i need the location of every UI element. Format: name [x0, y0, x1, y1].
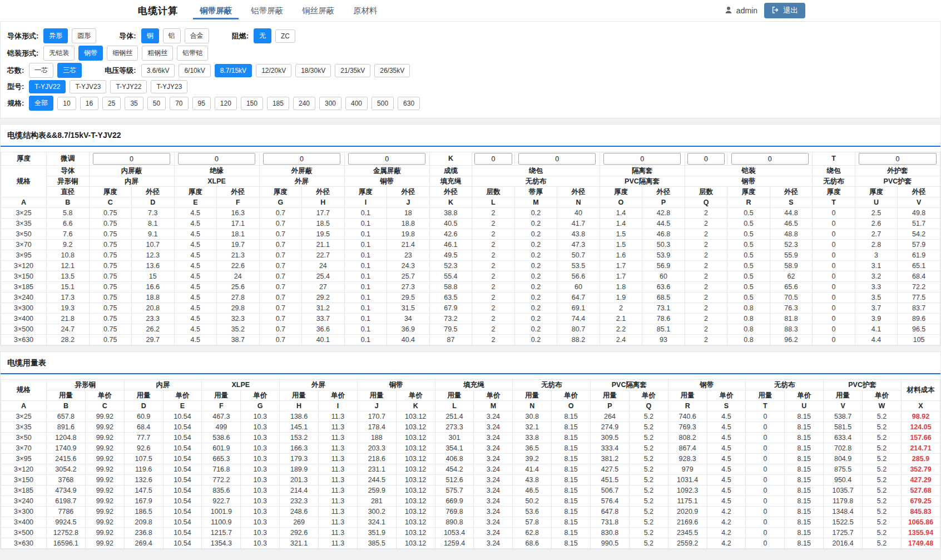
- value-cell: 1.9: [600, 293, 642, 303]
- usage-row: 3×2406198.799.92167.910.54922.710.3232.3…: [1, 496, 940, 507]
- filter-option-50[interactable]: 50: [147, 97, 166, 110]
- column-letter: G: [259, 197, 302, 208]
- value-cell: 922.7: [202, 496, 241, 507]
- filter-option-3.6/6kV[interactable]: 3.6/6kV: [141, 64, 175, 77]
- thickness-adjust-input[interactable]: [603, 153, 681, 165]
- value-cell: 5.2: [629, 433, 668, 443]
- filter-option-25[interactable]: 25: [102, 97, 121, 110]
- filter-option-120[interactable]: 120: [215, 97, 237, 110]
- thickness-adjust-input[interactable]: [518, 153, 596, 165]
- value-cell: 4.5: [174, 219, 217, 229]
- filter-option-300[interactable]: 300: [319, 97, 341, 110]
- filter-option-铝带铠[interactable]: 铝带铠: [177, 46, 208, 61]
- thickness-adjust-input[interactable]: [263, 153, 340, 165]
- filter-option-合金[interactable]: 合金: [185, 28, 209, 43]
- filter-option-钢带[interactable]: 钢带: [78, 46, 103, 61]
- column-header: 厚度: [259, 187, 302, 197]
- filter-option-无铠装[interactable]: 无铠装: [43, 46, 75, 61]
- value-cell: 867.4: [668, 443, 707, 454]
- tab-原材料[interactable]: 原材料: [344, 0, 387, 21]
- value-cell: 0.8: [727, 324, 770, 335]
- filter-option-T-YJY22[interactable]: T-YJY22: [110, 80, 147, 93]
- value-cell: 0.7: [259, 314, 302, 324]
- usage-row: 3×50012752.899.92236.810.541215.710.3292…: [1, 528, 940, 538]
- column-letter: D: [132, 197, 175, 208]
- adjust-row-label: K: [429, 152, 472, 166]
- user-menu[interactable]: admin: [724, 6, 757, 16]
- filter-option-细钢丝[interactable]: 细钢丝: [107, 46, 138, 61]
- filter-option-ZC[interactable]: ZC: [275, 29, 295, 43]
- thickness-adjust-input[interactable]: [474, 153, 512, 165]
- user-icon: [724, 6, 733, 16]
- filter-option-500[interactable]: 500: [372, 97, 394, 110]
- value-cell: 32.3: [217, 314, 260, 324]
- value-cell: 103.12: [396, 538, 435, 549]
- filter-option-T-YJV22[interactable]: T-YJV22: [29, 80, 66, 93]
- usage-card: 电缆用量表 规格异形铜内屏XLPE外屏铜带填充绳无纺布PVC隔离套钢带无纺布PV…: [0, 351, 941, 549]
- value-cell: 119.6: [124, 464, 163, 475]
- filter-option-T-YJV23[interactable]: T-YJV23: [70, 80, 106, 93]
- filter-option-铜[interactable]: 铜: [141, 28, 159, 43]
- filter-option-95[interactable]: 95: [192, 97, 211, 110]
- thickness-adjust-input[interactable]: [687, 153, 725, 165]
- filter-option-240[interactable]: 240: [293, 97, 315, 110]
- value-cell: 891.6: [47, 422, 86, 433]
- value-cell: 3.24: [474, 464, 513, 475]
- filter-option-630[interactable]: 630: [398, 97, 420, 110]
- spec-cell: 3×150: [1, 271, 47, 282]
- thickness-adjust-input[interactable]: [859, 153, 936, 165]
- material-cost-cell: 679.25: [902, 496, 940, 507]
- logout-button[interactable]: 退出: [764, 3, 805, 18]
- tab-铜带屏蔽[interactable]: 铜带屏蔽: [190, 0, 241, 21]
- value-cell: 4.5: [174, 314, 217, 324]
- filter-option-16[interactable]: 16: [80, 97, 98, 110]
- filter-option-一芯[interactable]: 一芯: [29, 63, 53, 78]
- thickness-adjust-input[interactable]: [731, 153, 809, 165]
- column-header: 填充绳: [429, 176, 472, 187]
- tab-铜丝屏蔽[interactable]: 铜丝屏蔽: [293, 0, 344, 21]
- value-cell: 0: [813, 282, 855, 293]
- thickness-adjust-input[interactable]: [178, 153, 255, 165]
- value-cell: 40.5: [429, 219, 472, 229]
- thickness-adjust-input[interactable]: [348, 153, 425, 165]
- filter-option-T-YJY23[interactable]: T-YJY23: [151, 80, 187, 93]
- filter-option-26/35kV[interactable]: 26/35kV: [374, 64, 410, 77]
- column-letter: J: [387, 197, 430, 208]
- value-cell: 2: [685, 240, 727, 250]
- filter-option-圆形[interactable]: 圆形: [72, 28, 96, 43]
- filter-option-35[interactable]: 35: [125, 97, 143, 110]
- filter-option-粗钢丝[interactable]: 粗钢丝: [142, 46, 173, 61]
- value-cell: 27: [302, 282, 345, 293]
- filter-option-185[interactable]: 185: [267, 97, 289, 110]
- filter-option-无[interactable]: 无: [254, 28, 271, 43]
- filter-option-70[interactable]: 70: [170, 97, 188, 110]
- thickness-adjust-input[interactable]: [93, 153, 170, 165]
- value-cell: 103.12: [396, 443, 435, 454]
- filter-option-10[interactable]: 10: [57, 97, 76, 110]
- filter-option-铝[interactable]: 铝: [163, 28, 181, 43]
- filter-option-全部[interactable]: 全部: [29, 96, 53, 111]
- filter-option-21/35kV[interactable]: 21/35kV: [335, 64, 370, 77]
- filter-option-400[interactable]: 400: [345, 97, 368, 110]
- spec-cell: 3×35: [1, 219, 47, 229]
- column-header: 外径: [898, 187, 940, 197]
- filter-option-8.7/15kV[interactable]: 8.7/15kV: [215, 64, 252, 77]
- filter-option-150[interactable]: 150: [241, 97, 263, 110]
- adjust-cell: [855, 152, 940, 166]
- value-cell: 4.5: [707, 464, 746, 475]
- value-cell: 3.2: [855, 271, 898, 282]
- filter-option-6/10kV[interactable]: 6/10kV: [179, 64, 210, 77]
- material-cost-cell: 1065.86: [902, 517, 940, 528]
- filter-option-12/20kV[interactable]: 12/20kV: [256, 64, 291, 77]
- filter-option-18/30kV[interactable]: 18/30kV: [295, 64, 331, 77]
- value-cell: 188: [357, 433, 396, 443]
- filter-option-异形[interactable]: 异形: [43, 28, 68, 43]
- tab-铝带屏蔽[interactable]: 铝带屏蔽: [241, 0, 293, 21]
- filter-option-三芯[interactable]: 三芯: [57, 63, 82, 78]
- value-cell: 64.7: [557, 293, 600, 303]
- header-row: 用量单价用量单价用量单价用量单价用量单价用量单价用量单价用量单价用量单价用量单价…: [1, 390, 940, 401]
- value-cell: 769.3: [668, 422, 707, 433]
- value-cell: 0.2: [514, 271, 557, 282]
- value-cell: 10.54: [163, 517, 202, 528]
- value-cell: 0.1: [344, 208, 387, 219]
